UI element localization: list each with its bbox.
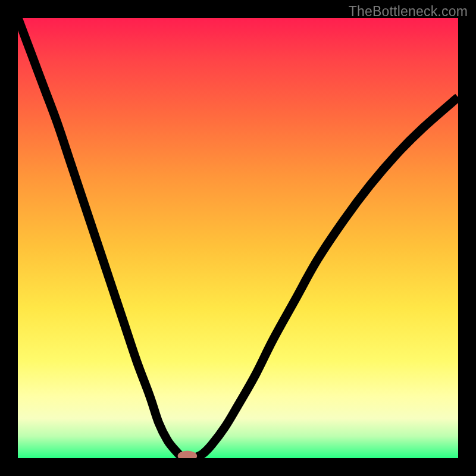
watermark-text: TheBottleneck.com [349,4,468,20]
plot-area [18,18,458,458]
chart-frame: TheBottleneck.com [0,0,476,476]
right-branch-curve [194,97,458,458]
chart-svg [18,18,458,458]
left-branch-curve [18,18,185,458]
